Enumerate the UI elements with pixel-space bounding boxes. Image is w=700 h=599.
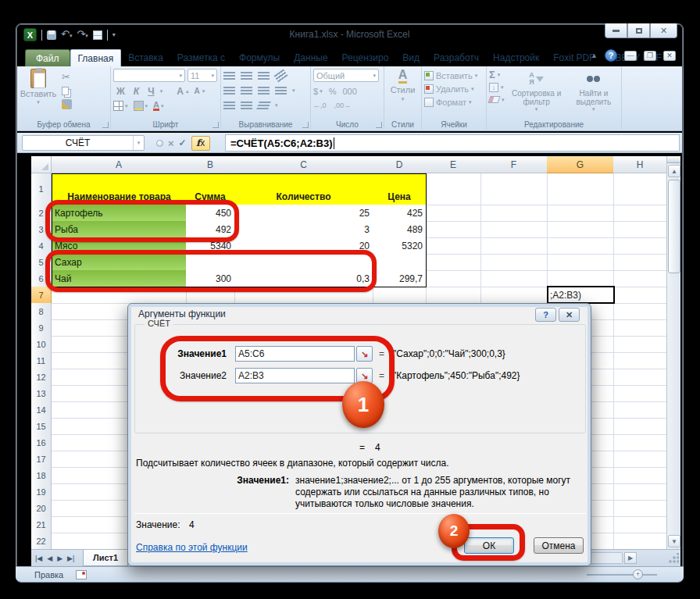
tab-insert[interactable]: Вставка	[121, 49, 170, 66]
wrap-text-icon[interactable]	[275, 87, 287, 94]
row-header-18[interactable]: 18	[31, 467, 52, 484]
orientation-icon[interactable]	[273, 69, 288, 82]
help-link[interactable]: Справка по этой функции	[136, 542, 248, 553]
row-header-9[interactable]: 9	[31, 319, 52, 337]
prev-sheet-icon[interactable]: ◀	[45, 554, 55, 562]
restore-button[interactable]	[627, 23, 650, 38]
thousands-format-button[interactable]: 000	[342, 87, 356, 96]
decrease-indent-icon[interactable]	[223, 102, 235, 109]
dialog-launcher-icon[interactable]	[376, 122, 382, 128]
column-header-A[interactable]: A	[52, 156, 187, 173]
row-header-17[interactable]: 17	[31, 451, 52, 468]
cancel-entry-icon[interactable]: ×	[168, 137, 174, 149]
resize-grip[interactable]	[668, 553, 679, 564]
close-button[interactable]: ✕	[650, 23, 677, 38]
styles-button[interactable]: А Стили ▾	[387, 69, 419, 118]
cell-C3[interactable]: 3	[234, 221, 373, 238]
row-header-13[interactable]: 13	[31, 385, 52, 402]
sheet-tab-list1[interactable]: Лист1	[83, 550, 128, 566]
dialog-launcher-icon[interactable]	[212, 122, 219, 128]
tab-view[interactable]: Вид	[395, 49, 427, 66]
sort-filter-button[interactable]: АЯ Сортировка и фильтр ▾	[509, 69, 564, 118]
column-header-D[interactable]: D	[373, 156, 427, 173]
cell-D6[interactable]: 299,7	[373, 270, 427, 287]
clear-button[interactable]: ▾	[489, 94, 505, 105]
format-cells-button[interactable]: Формат▾	[424, 95, 484, 109]
zoom-slider[interactable]	[587, 574, 657, 576]
tab-home[interactable]: Главная	[70, 49, 122, 66]
fill-button[interactable]: ↓▾	[489, 82, 505, 92]
currency-format-button[interactable]: $	[313, 87, 318, 96]
tab-review[interactable]: Рецензиро	[335, 49, 396, 66]
row-header-11[interactable]: 11	[31, 352, 52, 369]
cell-D4[interactable]: 5320	[373, 237, 427, 255]
row-header-12[interactable]: 12	[31, 369, 52, 386]
name-box[interactable]: СЧЁТ ▾	[22, 135, 145, 151]
copy-icon[interactable]	[62, 87, 69, 95]
name-box-dropdown-icon[interactable]: ▾	[133, 136, 144, 150]
help-icon[interactable]: ?	[605, 49, 617, 62]
zoom-handle-icon[interactable]: +	[633, 569, 643, 579]
last-sheet-icon[interactable]: ▶|	[65, 554, 77, 562]
column-header-G[interactable]: G	[547, 156, 614, 173]
tab-file[interactable]: Файл	[25, 49, 70, 66]
delete-cells-button[interactable]: Удалить▾	[424, 82, 484, 95]
increase-indent-icon[interactable]	[241, 102, 252, 109]
font-size-select[interactable]: 11▾	[188, 69, 217, 82]
column-header-C[interactable]: C	[234, 156, 373, 173]
formula-input[interactable]: =СЧЁТ(A5:C6;A2:B3)	[225, 134, 680, 152]
column-header-E[interactable]: E	[426, 156, 481, 173]
cell-D2[interactable]: 425	[373, 205, 427, 222]
percent-format-button[interactable]: %	[329, 87, 337, 96]
autosum-button[interactable]: Σ▾	[489, 70, 505, 80]
insert-cells-button[interactable]: Вставить▾	[424, 69, 484, 82]
dialog-help-button[interactable]: ?	[535, 308, 556, 322]
row-header-10[interactable]: 10	[31, 336, 52, 353]
cell-C1[interactable]: Количество	[234, 173, 373, 205]
collapse-formula-bar-icon[interactable]	[156, 140, 163, 147]
borders-button[interactable]: ▾	[113, 101, 128, 111]
column-header-F[interactable]: F	[480, 156, 548, 173]
scroll-down-icon[interactable]: ▼	[668, 535, 680, 547]
tab-addins[interactable]: Надстройк	[486, 49, 546, 66]
grow-font-button[interactable]: А	[173, 85, 187, 98]
row-header-14[interactable]: 14	[31, 401, 52, 419]
align-middle-icon[interactable]	[241, 72, 252, 80]
cell-D1[interactable]: Цена	[373, 173, 427, 205]
select-all-corner[interactable]	[31, 156, 52, 173]
cut-icon[interactable]: ✂	[62, 71, 72, 83]
dialog-launcher-icon[interactable]	[102, 122, 109, 128]
row-header-15[interactable]: 15	[31, 418, 52, 435]
tab-developer[interactable]: Разработч	[427, 49, 486, 66]
increase-decimal-button[interactable]: ←,0	[313, 102, 327, 109]
scroll-up-icon[interactable]: ▲	[668, 165, 680, 177]
cell-D3[interactable]: 489	[373, 221, 427, 238]
align-right-icon[interactable]	[258, 87, 270, 94]
minimize-button[interactable]	[605, 23, 627, 38]
row-header-20[interactable]: 20	[31, 500, 52, 517]
cell-C2[interactable]: 25	[234, 205, 373, 222]
workbook-minimize-button[interactable]: —	[624, 51, 637, 61]
first-sheet-icon[interactable]: |◀	[33, 554, 45, 562]
row-header-21[interactable]: 21	[31, 516, 52, 533]
italic-button[interactable]: К	[130, 85, 142, 98]
align-left-icon[interactable]	[223, 87, 235, 94]
bold-button[interactable]: Ж	[113, 85, 128, 98]
row-header-16[interactable]: 16	[31, 434, 52, 451]
row-header-1[interactable]: 1	[31, 173, 52, 205]
format-painter-icon[interactable]	[62, 99, 72, 109]
row-header-22[interactable]: 22	[31, 533, 52, 549]
macro-record-icon[interactable]	[76, 570, 87, 579]
dialog-launcher-icon[interactable]	[302, 122, 309, 128]
cell-G7-editing[interactable]: ;A2:B3)	[547, 286, 615, 304]
next-sheet-icon[interactable]: ▶	[55, 554, 65, 562]
row-header-19[interactable]: 19	[31, 483, 52, 501]
align-bottom-icon[interactable]	[258, 72, 270, 80]
font-name-select[interactable]: ▾	[113, 69, 185, 82]
cell-D5[interactable]	[373, 254, 427, 271]
paste-button[interactable]: Вставить ▾	[20, 69, 57, 118]
column-header-B[interactable]: B	[186, 156, 235, 173]
underline-button[interactable]: Ч	[145, 85, 157, 98]
workbook-close-button[interactable]: ✕	[663, 51, 676, 61]
find-select-button[interactable]: Найти и выделить ▾	[569, 69, 619, 118]
